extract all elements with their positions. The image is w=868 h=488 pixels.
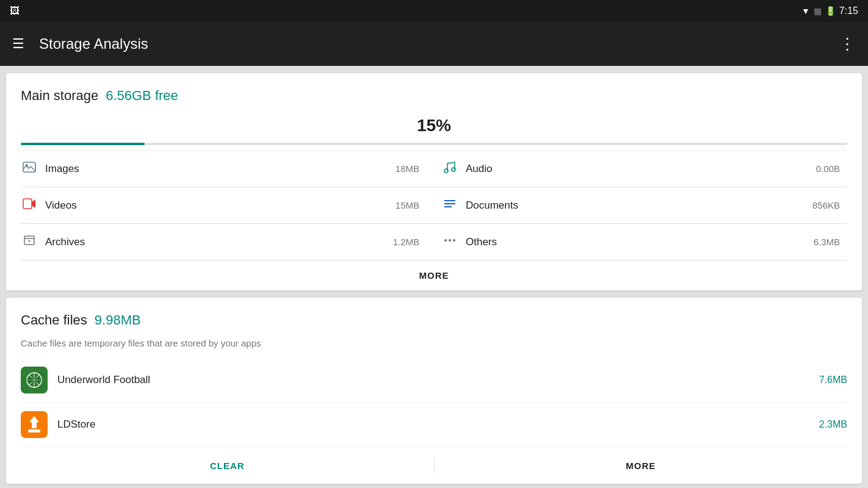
page-title: Storage Analysis xyxy=(39,35,825,52)
archives-icon xyxy=(21,234,38,250)
battery-icon: 🔋 xyxy=(825,6,836,16)
svg-rect-16 xyxy=(27,378,42,382)
svg-rect-3 xyxy=(24,236,34,245)
storage-right-col: Audio 0.00B Documents 856KB Others xyxy=(434,151,847,260)
svg-rect-18 xyxy=(28,429,40,432)
images-label: Images xyxy=(45,163,388,175)
videos-label: Videos xyxy=(45,199,388,212)
storage-bar xyxy=(21,143,847,145)
svg-point-1 xyxy=(26,164,28,167)
storage-item-others[interactable]: Others 6.3MB xyxy=(434,224,847,260)
status-time: 7:15 xyxy=(839,5,858,16)
images-icon xyxy=(21,160,38,177)
others-size: 6.3MB xyxy=(814,237,840,247)
more-storage-button[interactable]: MORE xyxy=(419,270,449,281)
svg-point-11 xyxy=(444,239,447,242)
svg-point-12 xyxy=(449,239,451,242)
storage-item-images[interactable]: Images 18MB xyxy=(21,151,434,187)
documents-icon xyxy=(441,197,458,214)
football-app-name: Underworld Football xyxy=(57,374,809,386)
more-storage-row: MORE xyxy=(21,260,847,290)
hamburger-menu-icon[interactable]: ☰ xyxy=(12,36,24,52)
svg-rect-2 xyxy=(23,199,32,209)
football-app-size: 7.6MB xyxy=(819,375,847,386)
storage-left-col: Images 18MB Videos 15MB Archives xyxy=(21,151,434,260)
cache-action-row: CLEAR MORE xyxy=(21,447,847,484)
archives-size: 1.2MB xyxy=(393,237,419,247)
svg-point-13 xyxy=(453,239,455,242)
app-item-ldstore[interactable]: LDStore 2.3MB xyxy=(21,403,847,447)
main-content: Main storage 6.56GB free 15% Images 18MB xyxy=(0,66,868,488)
signal-icon: ▦ xyxy=(814,6,822,16)
storage-item-videos[interactable]: Videos 15MB xyxy=(21,187,434,224)
storage-percent: 15% xyxy=(21,113,847,135)
audio-icon xyxy=(441,160,458,177)
cache-files-card: Cache files 9.98MB Cache files are tempo… xyxy=(6,298,862,484)
storage-item-documents[interactable]: Documents 856KB xyxy=(434,187,847,224)
storage-item-audio[interactable]: Audio 0.00B xyxy=(434,151,847,187)
ldstore-app-size: 2.3MB xyxy=(819,419,847,430)
documents-size: 856KB xyxy=(812,200,840,210)
videos-icon xyxy=(21,197,38,214)
cache-description: Cache files are temporary files that are… xyxy=(21,338,847,348)
audio-size: 0.00B xyxy=(816,163,840,174)
overflow-menu-icon[interactable]: ⋮ xyxy=(839,35,856,54)
wifi-icon: ▼ xyxy=(801,6,810,16)
storage-bar-fill xyxy=(21,143,145,145)
main-storage-free: 6.56GB free xyxy=(106,88,178,104)
ldstore-app-icon xyxy=(21,411,48,438)
ldstore-app-name: LDStore xyxy=(57,418,809,431)
image-icon: 🖼 xyxy=(10,5,20,16)
cache-files-title: Cache files xyxy=(21,312,87,328)
cache-files-header: Cache files 9.98MB xyxy=(21,312,847,328)
clear-cache-button[interactable]: CLEAR xyxy=(21,461,434,471)
audio-label: Audio xyxy=(466,163,809,175)
app-item-football[interactable]: Underworld Football 7.6MB xyxy=(21,358,847,403)
others-icon xyxy=(441,234,458,250)
main-storage-header: Main storage 6.56GB free xyxy=(21,88,847,104)
images-size: 18MB xyxy=(396,163,419,174)
documents-label: Documents xyxy=(466,199,805,212)
archives-label: Archives xyxy=(45,236,386,248)
status-bar: 🖼 ▼ ▦ 🔋 7:15 xyxy=(0,0,868,22)
others-label: Others xyxy=(466,236,806,248)
toolbar: ☰ Storage Analysis ⋮ xyxy=(0,22,868,66)
videos-size: 15MB xyxy=(396,200,419,210)
main-storage-card: Main storage 6.56GB free 15% Images 18MB xyxy=(6,73,862,290)
main-storage-title: Main storage xyxy=(21,88,98,104)
storage-grid: Images 18MB Videos 15MB Archives xyxy=(21,150,847,260)
cache-files-size: 9.98MB xyxy=(95,312,141,328)
storage-item-archives[interactable]: Archives 1.2MB xyxy=(21,224,434,260)
more-cache-button[interactable]: MORE xyxy=(435,461,848,471)
storage-bar-container: 15% xyxy=(21,113,847,145)
football-app-icon xyxy=(21,367,48,393)
